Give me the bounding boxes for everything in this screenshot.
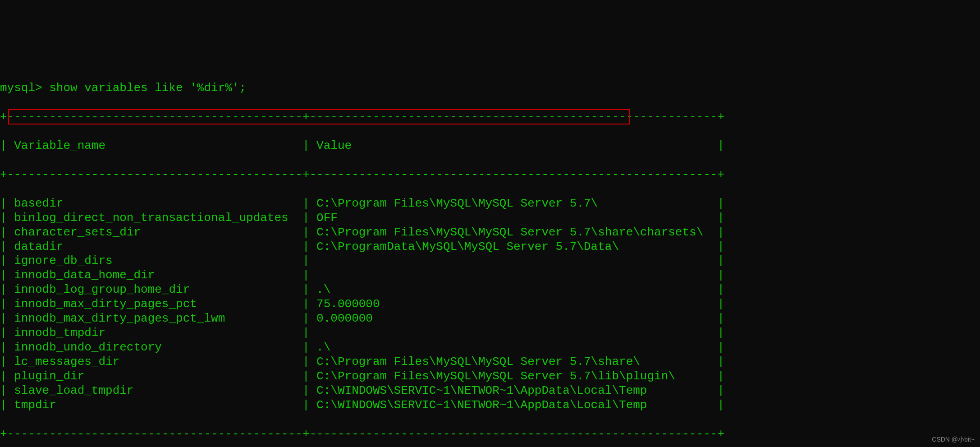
table-row: | innodb_max_dirty_pages_pct | 75.000000… [0,297,980,312]
prompt-line[interactable]: mysql> show variables like '%dir%'; [0,81,980,96]
watermark: CSDN @小bit~ [932,436,975,443]
table-row: | innodb_data_home_dir | | [0,268,980,283]
table-row: | ignore_db_dirs | | [0,254,980,268]
terminal-output: mysql> show variables like '%dir%'; +---… [0,58,980,447]
table-row: | lc_messages_dir | C:\Program Files\MyS… [0,355,980,369]
table-row: | innodb_max_dirty_pages_pct_lwm | 0.000… [0,312,980,326]
table-row: | basedir | C:\Program Files\MySQL\MySQL… [0,197,980,211]
table-row: | character_sets_dir | C:\Program Files\… [0,226,980,240]
table-row: | innodb_undo_directory | .\ | [0,341,980,355]
table-rows: | basedir | C:\Program Files\MySQL\MySQL… [0,197,980,413]
table-row: | plugin_dir | C:\Program Files\MySQL\My… [0,369,980,384]
table-border-mid: +---------------------------------------… [0,168,980,182]
table-header: | Variable_name | Value | [0,139,980,153]
table-row: | tmpdir | C:\WINDOWS\SERVIC~1\NETWOR~1\… [0,398,980,413]
table-row: | slave_load_tmpdir | C:\WINDOWS\SERVIC~… [0,384,980,398]
table-row: | binlog_direct_non_transactional_update… [0,211,980,226]
table-row: | innodb_tmpdir | | [0,326,980,341]
table-row: | innodb_log_group_home_dir | .\ | [0,283,980,297]
table-border-bot: +---------------------------------------… [0,427,980,442]
table-border-top: +---------------------------------------… [0,110,980,124]
table-row: | datadir | C:\ProgramData\MySQL\MySQL S… [0,240,980,254]
